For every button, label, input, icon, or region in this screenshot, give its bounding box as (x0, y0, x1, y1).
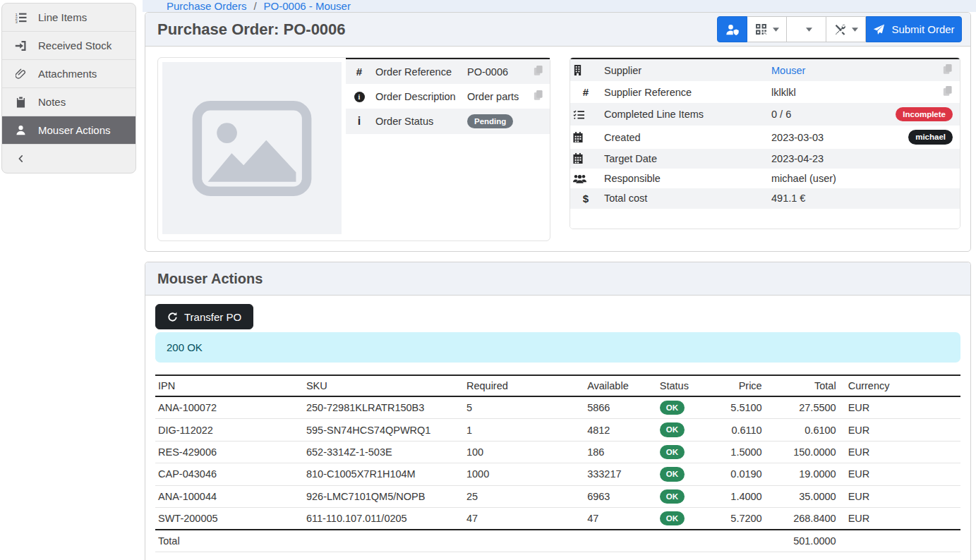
cell-sku: 595-SN74HCS74QPWRQ1 (303, 419, 464, 441)
detail-row: iOrder StatusPending (346, 109, 550, 134)
col-header-ipn: IPN (155, 375, 303, 396)
detail-extra-cell (881, 81, 960, 103)
submit-order-button[interactable]: Submit Order (866, 16, 962, 42)
status-badge: Pending (467, 114, 513, 128)
status-badge: OK (660, 467, 685, 481)
table-row: ANA-100044926-LMC7101QM5/NOPB256963OK1.4… (155, 485, 960, 507)
order-panel: Purchase Order: PO-0006 (145, 12, 971, 252)
cell-status: OK (657, 441, 710, 463)
cell-currency: EUR (839, 419, 960, 441)
order-panel-header: Purchase Order: PO-0006 (145, 13, 970, 47)
detail-row: #Order ReferencePO-0006 (346, 59, 550, 84)
col-header-price: Price (710, 375, 765, 396)
detail-label: Order Status (373, 109, 464, 134)
detail-row: #Supplier Referencelklklkl (570, 81, 960, 103)
chevron-down-icon (806, 28, 812, 32)
order-details-table: #Order ReferencePO-0006iOrder Descriptio… (346, 58, 550, 134)
cell-total: 150.0000 (765, 441, 839, 463)
table-row: SWT-200005611-110.107.011/02054747OK5.72… (155, 507, 960, 530)
detail-extra-cell (530, 59, 550, 84)
sidebar-item-label: Mouser Actions (38, 124, 111, 136)
sidebar-item-mouser-actions[interactable]: Mouser Actions (2, 116, 135, 145)
cell-price: 0.0190 (710, 463, 765, 485)
detail-icon-cell: i (346, 109, 373, 134)
cell-sku: 250-72981KLRATR150B3 (303, 396, 464, 419)
detail-row: iOrder DescriptionOrder parts (346, 84, 550, 109)
detail-icon-cell (570, 169, 601, 188)
tools-icon (834, 24, 846, 35)
table-row: DIG-112022595-SN74HCS74QPWRQ114812OK0.61… (155, 419, 960, 441)
cell-price: 0.6110 (710, 419, 765, 441)
parts-table: IPN SKU Required Available Status Price … (155, 375, 960, 552)
detail-label: Target Date (601, 149, 769, 169)
breadcrumb-link-purchase-orders[interactable]: Purchase Orders (167, 0, 246, 12)
cell-price: 5.7200 (710, 507, 765, 530)
copy-icon[interactable] (533, 65, 543, 78)
print-actions-button[interactable] (787, 16, 826, 42)
building-icon (573, 65, 598, 75)
cell-status: OK (657, 485, 710, 507)
status-badge: OK (660, 489, 685, 504)
total-row: Total 501.0000 (155, 530, 960, 552)
admin-button[interactable] (717, 16, 747, 42)
col-header-total: Total (765, 375, 839, 396)
sidebar-item-notes[interactable]: Notes (2, 88, 135, 116)
cell-available: 6963 (584, 485, 657, 507)
detail-icon-cell (570, 126, 601, 148)
cell-required: 1 (464, 419, 584, 441)
copy-icon[interactable] (533, 90, 543, 103)
cell-total: 35.0000 (765, 485, 839, 507)
sidebar: 123Line ItemsReceived StockAttachmentsNo… (0, 0, 138, 560)
copy-icon[interactable] (942, 85, 953, 99)
clipboard-icon (13, 97, 28, 108)
cell-sku: 652-3314Z-1-503E (303, 441, 464, 463)
cell-status: OK (657, 396, 710, 419)
copy-icon[interactable] (942, 63, 953, 77)
section-title: Mouser Actions (157, 271, 263, 287)
dollar-icon: $ (583, 193, 589, 205)
detail-value: Pending (464, 109, 530, 134)
col-header-currency: Currency (839, 375, 960, 396)
sidebar-item-received-stock[interactable]: Received Stock (2, 32, 135, 60)
hash-icon: # (356, 66, 362, 78)
detail-label: Responsible (601, 169, 769, 188)
barcode-actions-button[interactable] (747, 16, 787, 42)
cell-sku: 611-110.107.011/0205 (303, 507, 464, 530)
detail-icon-cell: # (570, 81, 601, 103)
tasks-icon (573, 109, 598, 120)
cell-available: 333217 (584, 463, 657, 485)
cell-ipn: CAP-043046 (155, 463, 303, 485)
order-options-button[interactable] (826, 16, 866, 42)
sidebar-item-attachments[interactable]: Attachments (2, 60, 135, 88)
mouser-actions-header: Mouser Actions (145, 262, 970, 296)
sidebar-item-label: Line Items (38, 11, 87, 23)
detail-icon-cell: $ (570, 188, 601, 209)
parts-table-body: ANA-100072250-72981KLRATR150B355866OK5.5… (155, 396, 960, 530)
supplier-link[interactable]: Mouser (771, 65, 805, 76)
order-image-placeholder[interactable] (162, 62, 342, 234)
sidebar-item-line-items[interactable]: 123Line Items (2, 4, 135, 32)
supplier-summary-card: SupplierMouser#Supplier Referencelklklkl… (570, 57, 960, 229)
info-circle-icon: i (354, 90, 365, 102)
order-panel-body: #Order ReferencePO-0006iOrder Descriptio… (145, 47, 970, 251)
order-summary-card: #Order ReferencePO-0006iOrder Descriptio… (157, 57, 550, 241)
users-icon (573, 174, 598, 183)
page-title: Purchase Order: PO-0006 (157, 20, 346, 39)
cell-ipn: ANA-100072 (155, 396, 303, 419)
detail-value: 2023-03-03 (769, 126, 881, 148)
cell-available: 47 (584, 507, 657, 530)
detail-extra-cell: michael (881, 126, 960, 148)
col-header-status: Status (657, 375, 710, 396)
breadcrumb-link-current-order[interactable]: PO-0006 - Mouser (264, 0, 351, 12)
detail-row: Target Date2023-04-23 (570, 149, 960, 169)
cell-currency: EUR (839, 396, 960, 419)
sidebar-collapse-button[interactable] (2, 145, 135, 173)
detail-value: Mouser (769, 59, 881, 81)
detail-label: Created (601, 126, 769, 148)
transfer-po-button[interactable]: Transfer PO (155, 304, 253, 329)
status-badge: OK (660, 422, 685, 437)
transfer-po-label: Transfer PO (184, 311, 241, 323)
sidebar-item-label: Received Stock (38, 39, 112, 51)
status-alert: 200 OK (155, 332, 960, 363)
page-content: Purchase Order: PO-0006 (138, 12, 976, 560)
